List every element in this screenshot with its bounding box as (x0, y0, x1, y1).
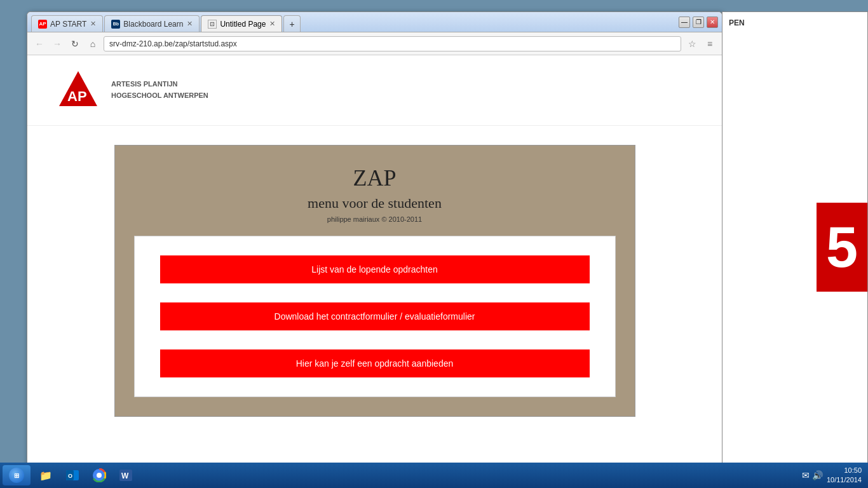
volume-tray-icon: 🔊 (812, 470, 823, 480)
close-button[interactable]: ✕ (707, 17, 718, 28)
zap-subtitle: menu voor de studenten (134, 195, 616, 212)
clock-time: 10:50 (827, 466, 862, 475)
taskbar-app-chrome[interactable] (86, 464, 112, 486)
tabs-container: AP AP START ✕ Bb Blackboard Learn ✕ ⊡ Un… (31, 12, 676, 32)
start-orb: ⊞ (9, 468, 24, 483)
minimize-button[interactable]: — (679, 17, 690, 28)
chrome-icon (92, 468, 107, 483)
refresh-button[interactable]: ↻ (68, 37, 82, 51)
menu-button[interactable]: ≡ (703, 37, 717, 51)
right-pen-label: PEN (722, 12, 867, 34)
forward-button[interactable]: → (50, 37, 64, 51)
svg-text:W: W (121, 471, 129, 480)
tab-favicon-bb: Bb (111, 20, 120, 29)
ap-logo-svg: AP (53, 68, 104, 112)
btn-contractformulier[interactable]: Download het contractformulier / evaluat… (160, 302, 590, 330)
start-windows-icon: ⊞ (14, 472, 19, 479)
maximize-button[interactable]: ❐ (693, 17, 704, 28)
tab-favicon-untitled: ⊡ (208, 20, 217, 29)
window-controls: — ❐ ✕ (679, 17, 718, 28)
ap-header: AP ARTESIS PLANTIJN HOGESCHOOL ANTWERPEN (27, 55, 722, 126)
btn-lopende-opdrachten[interactable]: Lijst van de lopende opdrachten (160, 255, 590, 283)
word-icon: W (118, 468, 133, 483)
tab-label-ap: AP START (50, 20, 86, 29)
right-red-number: 5 (817, 203, 867, 292)
bookmark-button[interactable]: ☆ (685, 37, 699, 51)
right-browser-edge: PEN 5 (722, 11, 868, 475)
tab-label-untitled: Untitled Page (220, 20, 266, 29)
explorer-icon: 📁 (38, 468, 53, 483)
zap-main: ZAP menu voor de studenten philippe mair… (27, 126, 722, 475)
taskbar-apps: 📁 O (33, 464, 802, 486)
address-input[interactable] (104, 36, 681, 51)
tab-favicon-ap: AP (38, 20, 47, 29)
tab-untitled[interactable]: ⊡ Untitled Page ✕ (201, 15, 282, 32)
taskbar: ⊞ 📁 O (0, 463, 868, 488)
mail-tray-icon: ✉ (802, 470, 810, 480)
tab-close-untitled[interactable]: ✕ (269, 20, 275, 28)
desktop-left-strip (0, 38, 27, 470)
back-button[interactable]: ← (32, 37, 46, 51)
taskbar-app-outlook[interactable]: O (60, 464, 85, 486)
zap-title: ZAP (134, 165, 616, 191)
ap-line1: ARTESIS PLANTIJN (111, 79, 208, 90)
svg-text:O: O (68, 473, 72, 479)
ap-line2: HOGESCHOOL ANTWERPEN (111, 90, 208, 102)
taskbar-app-word[interactable]: W (113, 464, 139, 486)
taskbar-app-explorer[interactable]: 📁 (33, 464, 58, 486)
zap-inner: Lijst van de lopende opdrachten Download… (134, 236, 616, 397)
tab-blackboard[interactable]: Bb Blackboard Learn ✕ (104, 15, 200, 32)
svg-point-6 (97, 473, 102, 478)
title-bar: AP AP START ✕ Bb Blackboard Learn ✕ ⊡ Un… (27, 12, 722, 32)
tab-close-ap[interactable]: ✕ (90, 20, 96, 28)
page-content: AP ARTESIS PLANTIJN HOGESCHOOL ANTWERPEN… (27, 55, 722, 475)
home-button[interactable]: ⌂ (86, 37, 100, 51)
tray-icons: ✉ 🔊 (802, 470, 823, 480)
browser-window: AP AP START ✕ Bb Blackboard Learn ✕ ⊡ Un… (27, 11, 722, 475)
zap-author: philippe mairiaux © 2010-2011 (134, 215, 616, 223)
ap-logo: AP ARTESIS PLANTIJN HOGESCHOOL ANTWERPEN (53, 68, 208, 112)
tab-close-bb[interactable]: ✕ (187, 20, 193, 28)
address-bar: ← → ↻ ⌂ ☆ ≡ (27, 32, 722, 55)
tab-ap-start[interactable]: AP AP START ✕ (31, 15, 103, 32)
svg-text:AP: AP (67, 88, 87, 104)
taskbar-clock: 10:50 10/11/2014 (827, 466, 862, 485)
clock-date: 10/11/2014 (827, 475, 862, 485)
tab-label-blackboard: Blackboard Learn (123, 20, 183, 29)
zap-box: ZAP menu voor de studenten philippe mair… (114, 145, 635, 417)
new-tab-button[interactable]: + (283, 15, 300, 32)
ap-logo-text: ARTESIS PLANTIJN HOGESCHOOL ANTWERPEN (111, 79, 208, 101)
outlook-icon: O (65, 468, 80, 483)
taskbar-right: ✉ 🔊 10:50 10/11/2014 (802, 466, 865, 485)
btn-opdracht-aanbieden[interactable]: Hier kan je zelf een opdracht aanbieden (160, 349, 590, 377)
start-button[interactable]: ⊞ (3, 465, 31, 485)
